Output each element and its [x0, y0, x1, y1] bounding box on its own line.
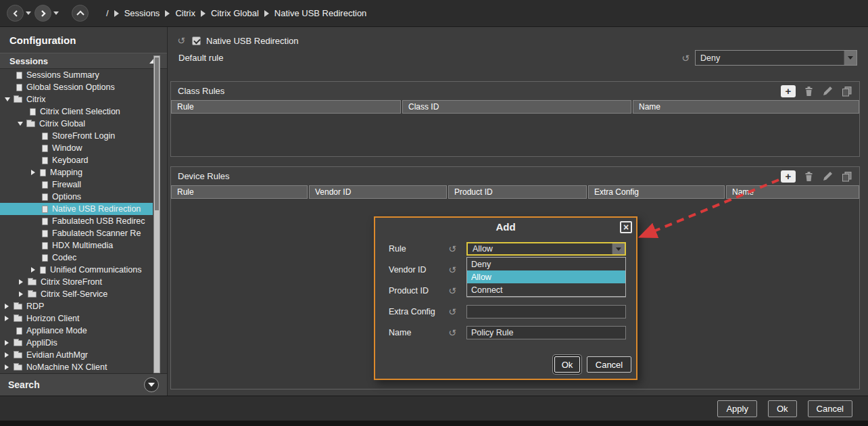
expanded-icon[interactable]	[5, 97, 14, 101]
sidebar-item-evidian-authmgr[interactable]: Evidian AuthMgr	[0, 349, 153, 361]
sidebar-title: Configuration	[0, 27, 167, 53]
delete-icon[interactable]	[803, 170, 815, 182]
back-history-caret-icon[interactable]	[26, 11, 31, 15]
parameter-reset-icon[interactable]	[447, 244, 458, 254]
sidebar-item-citrix-global[interactable]: Citrix Global	[0, 118, 153, 130]
sidebar-section-label: Sessions	[9, 56, 48, 66]
rule-field-row: Rule	[389, 242, 458, 256]
column-header: Vendor ID	[309, 185, 447, 199]
back-button[interactable]	[7, 5, 24, 22]
breadcrumb-citrix[interactable]: Citrix	[175, 8, 195, 18]
sidebar-item-applidis[interactable]: AppliDis	[0, 337, 153, 349]
sidebar-section-sessions[interactable]: Sessions	[0, 53, 167, 69]
edit-icon[interactable]	[822, 170, 834, 182]
search-label: Search	[8, 379, 40, 390]
sidebar-item-citrix[interactable]: Citrix	[0, 93, 153, 105]
extra-config-input[interactable]	[466, 305, 626, 318]
sidebar-item-storefront-login[interactable]: StoreFront Login	[0, 130, 153, 142]
up-button[interactable]	[72, 5, 89, 22]
sidebar-item-fabulatech-scanner-redirection[interactable]: Fabulatech Scanner Re	[0, 227, 153, 239]
tree-item-label: Codec	[52, 253, 76, 262]
breadcrumb-separator-icon	[165, 10, 170, 17]
scrollbar-thumb[interactable]	[155, 57, 159, 210]
parameter-reset-icon[interactable]	[176, 36, 187, 46]
window-bottom-edge	[0, 421, 868, 426]
collapsed-icon[interactable]	[5, 304, 14, 309]
default-rule-label: Default rule	[178, 53, 223, 63]
collapsed-icon[interactable]	[5, 316, 14, 321]
rule-dropdown[interactable]: Allow	[466, 242, 626, 256]
rule-dropdown-list: Deny Allow Connect	[466, 257, 626, 297]
expanded-icon[interactable]	[18, 122, 26, 126]
default-rule-dropdown[interactable]: Deny	[695, 50, 857, 66]
folder-icon	[14, 97, 22, 103]
tree-item-label: StoreFront Login	[52, 131, 115, 141]
sidebar-item-options[interactable]: Options	[0, 191, 153, 203]
sidebar-item-fabulatech-usb-redirection[interactable]: Fabulatech USB Redirec	[0, 215, 153, 227]
sidebar-scrollbar[interactable]	[153, 55, 160, 373]
sidebar-item-unified-communications[interactable]: Unified Communications	[0, 264, 153, 276]
sidebar-item-appliance-mode[interactable]: Appliance Mode	[0, 325, 153, 337]
option-deny[interactable]: Deny	[467, 258, 625, 270]
sidebar-item-hdx-multimedia[interactable]: HDX Multimedia	[0, 239, 153, 252]
collapsed-icon[interactable]	[31, 170, 40, 175]
ok-button[interactable]: Ok	[768, 400, 797, 417]
tree-item-label: Firewall	[52, 180, 81, 189]
native-usb-redirection-checkbox[interactable]	[192, 37, 201, 45]
collapsed-icon[interactable]	[5, 364, 14, 370]
breadcrumb-sessions[interactable]: Sessions	[124, 8, 160, 18]
configuration-tree: Sessions Summary Global Session Options …	[0, 69, 153, 373]
sidebar-item-codec[interactable]: Codec	[0, 252, 153, 264]
collapsed-icon[interactable]	[19, 291, 28, 297]
sidebar-item-horizon-client[interactable]: Horizon Client	[0, 312, 153, 325]
sidebar-item-rdp[interactable]: RDP	[0, 300, 153, 312]
delete-icon[interactable]	[803, 85, 815, 97]
sidebar-item-citrix-self-service[interactable]: Citrix Self-Service	[0, 288, 153, 300]
sidebar-item-native-usb-redirection[interactable]: Native USB Redirection	[0, 203, 153, 215]
sidebar-item-citrix-storefront[interactable]: Citrix StoreFront	[0, 276, 153, 288]
document-icon	[42, 193, 48, 201]
sidebar-item-nomachine-nx-client[interactable]: NoMachine NX Client	[0, 361, 153, 373]
option-connect[interactable]: Connect	[467, 283, 625, 296]
sidebar-item-keyboard[interactable]: Keyboard	[0, 154, 153, 166]
sidebar-item-firewall[interactable]: Firewall	[0, 179, 153, 191]
tree-item-label: Citrix Client Selection	[40, 107, 120, 116]
add-icon[interactable]	[781, 170, 796, 183]
tree-item-label: NoMachine NX Client	[26, 362, 107, 372]
sidebar-item-window[interactable]: Window	[0, 142, 153, 154]
collapsed-icon[interactable]	[5, 352, 14, 358]
document-icon	[16, 327, 22, 335]
collapsed-icon[interactable]	[31, 267, 40, 273]
edit-icon[interactable]	[822, 85, 834, 97]
option-allow[interactable]: Allow	[467, 270, 625, 283]
device-rules-table-header: Rule Vendor ID Product ID Extra Config N…	[171, 185, 859, 199]
collapsed-icon[interactable]	[19, 279, 28, 285]
parameter-reset-icon[interactable]	[447, 307, 458, 317]
dialog-ok-button[interactable]: Ok	[554, 356, 580, 373]
name-input[interactable]	[466, 326, 626, 339]
collapsed-icon[interactable]	[5, 340, 14, 346]
forward-button[interactable]	[34, 5, 51, 22]
product-id-field-row: Product ID	[389, 284, 458, 298]
apply-button[interactable]: Apply	[717, 400, 757, 417]
add-icon[interactable]	[781, 85, 796, 97]
search-expand-button[interactable]	[144, 377, 159, 392]
forward-history-caret-icon[interactable]	[53, 11, 59, 15]
sidebar-item-global-session-options[interactable]: Global Session Options	[0, 81, 153, 93]
cancel-button[interactable]: Cancel	[808, 400, 852, 417]
name-field-row: Name	[389, 326, 458, 339]
breadcrumb-native-usb-redirection[interactable]: Native USB Redirection	[274, 8, 367, 18]
copy-icon[interactable]	[841, 85, 852, 97]
breadcrumb-root[interactable]: /	[106, 8, 109, 18]
sidebar-item-sessions-summary[interactable]: Sessions Summary	[0, 69, 153, 81]
copy-icon[interactable]	[841, 170, 852, 182]
dialog-cancel-button[interactable]: Cancel	[587, 356, 631, 373]
parameter-reset-icon[interactable]	[680, 53, 691, 64]
sidebar-item-mapping[interactable]: Mapping	[0, 166, 153, 179]
breadcrumb-citrix-global[interactable]: Citrix Global	[211, 8, 259, 18]
close-icon[interactable]	[620, 221, 632, 233]
parameter-reset-icon[interactable]	[447, 328, 458, 338]
sidebar-item-citrix-client-selection[interactable]: Citrix Client Selection	[0, 105, 153, 118]
parameter-reset-icon[interactable]	[447, 265, 458, 275]
parameter-reset-icon[interactable]	[447, 286, 458, 296]
